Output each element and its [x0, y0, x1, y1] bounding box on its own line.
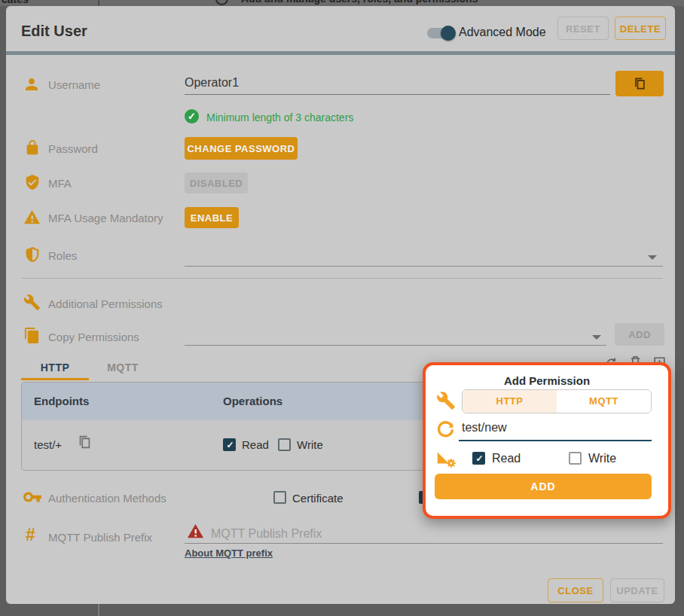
- copy-endpoint-icon[interactable]: [76, 434, 93, 450]
- update-button[interactable]: UPDATE: [610, 578, 664, 602]
- popup-wrench-icon: [436, 391, 456, 410]
- shield-check-icon: [24, 174, 41, 191]
- certificate-label: Certificate: [292, 492, 344, 505]
- delete-label: DELETE: [615, 23, 665, 34]
- prefix-warning-icon: [187, 523, 204, 540]
- lock-icon: [24, 139, 41, 156]
- delete-button[interactable]: DELETE: [615, 17, 666, 40]
- row-write-checkbox[interactable]: [278, 438, 291, 451]
- mfa-mandatory-label: MFA Usage Mandatory: [48, 212, 163, 224]
- certificate-checkbox[interactable]: [273, 491, 286, 504]
- copy-permissions-add-label: ADD: [615, 329, 664, 340]
- popup-topic-underline: [459, 440, 652, 441]
- warning-icon: [23, 209, 41, 226]
- mfa-label: MFA: [48, 177, 72, 190]
- roles-dropdown-arrow[interactable]: [648, 255, 657, 260]
- add-permission-popup: Add Permission HTTP MQTT test/new Read W…: [423, 362, 671, 519]
- copy-permissions-label: Copy Permissions: [48, 331, 139, 343]
- background-bottom-strip: [0, 604, 684, 616]
- col-operations: Operations: [223, 395, 282, 407]
- close-button[interactable]: CLOSE: [548, 578, 603, 602]
- copy-username-button[interactable]: [615, 71, 664, 96]
- section-divider: [21, 278, 663, 279]
- mfa-status-label: DISABLED: [185, 178, 248, 189]
- close-label: CLOSE: [548, 585, 603, 596]
- popup-write-checkbox[interactable]: [569, 452, 582, 465]
- popup-topic-icon: [435, 419, 456, 440]
- dialog-title: Edit User: [21, 23, 87, 40]
- copy-icon: [632, 76, 647, 91]
- popup-topic-input[interactable]: test/new: [462, 421, 507, 435]
- user-icon: [23, 75, 41, 93]
- background-sidebar-text: cates: [2, 0, 29, 5]
- row-write-label: Write: [297, 438, 323, 451]
- roles-label: Roles: [48, 249, 77, 262]
- hash-icon: #: [26, 525, 35, 545]
- popup-read-checkbox[interactable]: [472, 452, 485, 465]
- copy-permissions-add-button[interactable]: ADD: [615, 323, 664, 346]
- reset-button[interactable]: RESET: [557, 17, 609, 40]
- background-divider: [98, 0, 99, 6]
- row-read-label: Read: [242, 438, 269, 451]
- mfa-disabled-button[interactable]: DISABLED: [185, 172, 248, 194]
- change-password-label: CHANGE PASSWORD: [185, 143, 298, 154]
- mqtt-prefix-placeholder[interactable]: MQTT Publish Prefix: [211, 527, 322, 541]
- password-label: Password: [48, 142, 98, 155]
- copy-permissions-underline: [185, 345, 606, 346]
- mfa-enable-label: ENABLE: [185, 212, 239, 224]
- check-circle-icon: ✓: [185, 109, 199, 124]
- roles-underline: [185, 266, 663, 267]
- background-app-strip: cates Add and manage users, roles, and p…: [0, 0, 684, 6]
- change-password-button[interactable]: CHANGE PASSWORD: [185, 137, 298, 160]
- header-divider: [6, 51, 675, 55]
- key-icon: [23, 487, 42, 507]
- roles-shield-icon: [24, 246, 41, 263]
- copy-permissions-icon: [23, 327, 41, 344]
- advanced-mode-label: Advanced Mode: [459, 26, 546, 39]
- username-hint: Minimum length of 3 characters: [206, 111, 353, 124]
- roles-select[interactable]: [185, 245, 663, 266]
- popup-tab-http[interactable]: HTTP: [463, 390, 557, 413]
- username-label: Username: [48, 78, 100, 91]
- col-endpoints: Endpoints: [34, 395, 89, 407]
- tab-http[interactable]: HTTP: [21, 361, 89, 374]
- username-value[interactable]: Operator1: [185, 76, 239, 90]
- background-header-text: Add and manage users, roles, and permiss…: [241, 0, 478, 5]
- mfa-enable-button[interactable]: ENABLE: [185, 207, 239, 228]
- copy-permissions-dropdown-arrow[interactable]: [592, 335, 601, 340]
- about-mqtt-prefix-link[interactable]: About MQTT prefix: [185, 547, 273, 559]
- screen: cates Add and manage users, roles, and p…: [0, 0, 684, 616]
- popup-title: Add Permission: [426, 374, 668, 387]
- background-divider: [98, 604, 99, 616]
- popup-read-label: Read: [492, 452, 521, 465]
- row-read-checkbox[interactable]: [223, 438, 236, 451]
- endpoint-value: test/+: [34, 438, 62, 451]
- toggle-knob: [441, 26, 456, 41]
- username-underline: [185, 94, 610, 95]
- wrench-icon: [23, 294, 41, 311]
- popup-protocol-switch: HTTP MQTT: [462, 389, 652, 413]
- advanced-mode-toggle[interactable]: [427, 28, 453, 38]
- active-tab-indicator: [21, 378, 89, 380]
- mqtt-prefix-label: MQTT Publish Prefix: [48, 531, 152, 544]
- tab-mqtt[interactable]: MQTT: [89, 361, 157, 374]
- popup-operations-icon: [435, 447, 457, 469]
- popup-write-label: Write: [588, 452, 616, 465]
- info-icon: [215, 0, 228, 5]
- popup-add-button[interactable]: ADD: [435, 474, 652, 499]
- copy-permissions-select[interactable]: [185, 325, 606, 345]
- auth-methods-label: Authentication Methods: [48, 492, 166, 505]
- mqtt-prefix-underline: [185, 543, 663, 544]
- popup-tab-mqtt[interactable]: MQTT: [557, 390, 651, 413]
- additional-permissions-label: Additional Permissions: [48, 297, 163, 310]
- reset-label: RESET: [558, 23, 608, 34]
- update-label: UPDATE: [611, 585, 664, 596]
